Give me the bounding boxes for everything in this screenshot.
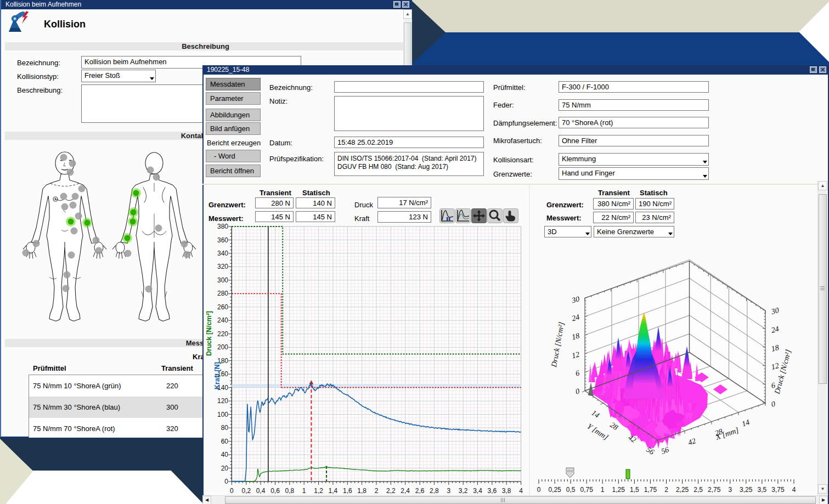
svg-text:0,25: 0,25 <box>548 486 561 494</box>
svg-text:2,5: 2,5 <box>693 486 703 494</box>
svg-text:2: 2 <box>664 486 668 494</box>
svg-text:3,5: 3,5 <box>758 486 767 494</box>
svg-text:1,25: 1,25 <box>612 486 625 494</box>
svg-text:3: 3 <box>728 486 732 494</box>
svg-text:0: 0 <box>537 486 541 494</box>
svg-text:4: 4 <box>792 486 796 494</box>
svg-text:1,75: 1,75 <box>644 486 657 494</box>
svg-text:0,75: 0,75 <box>580 486 594 494</box>
svg-text:2,75: 2,75 <box>708 486 721 494</box>
svg-text:1,5: 1,5 <box>630 486 639 494</box>
svg-text:2,25: 2,25 <box>676 486 689 494</box>
svg-text:1: 1 <box>601 486 605 494</box>
svg-text:3,25: 3,25 <box>740 486 753 494</box>
svg-text:3,75: 3,75 <box>771 486 785 494</box>
svg-text:0,5: 0,5 <box>566 486 576 494</box>
